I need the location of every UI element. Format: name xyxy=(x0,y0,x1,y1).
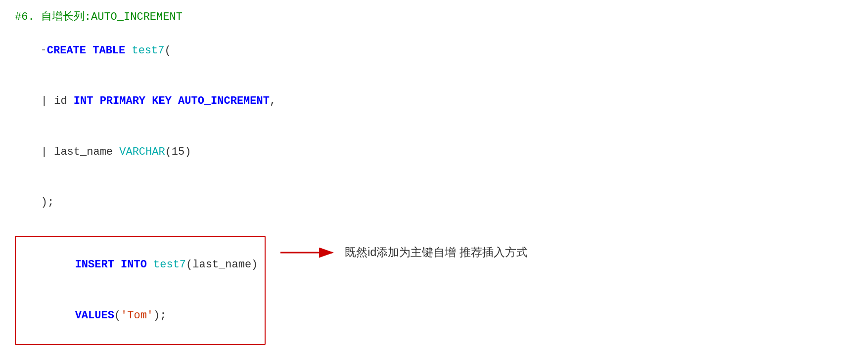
create-line4: ); xyxy=(15,177,853,228)
header-comment: #6. 自增长列:AUTO_INCREMENT xyxy=(15,9,853,26)
insert-box-1: INSERT INTO test7(last_name) VALUES('Tom… xyxy=(15,236,266,345)
create-line2: | id INT PRIMARY KEY AUTO_INCREMENT, xyxy=(15,76,853,127)
kw-create: CREATE xyxy=(47,44,86,57)
table-name-1: test7 xyxy=(132,44,164,57)
insert1-line2: VALUES('Tom'); xyxy=(23,291,258,341)
create-line1: ⁃CREATE TABLE test7( xyxy=(15,26,853,76)
collapse-icon[interactable]: ⁃ xyxy=(41,45,46,56)
annotation-1-text: 既然id添加为主键自增 推荐插入方式 xyxy=(345,244,527,261)
kw-table: TABLE xyxy=(92,44,125,57)
annotation-1-container: 既然id添加为主键自增 推荐插入方式 xyxy=(280,242,527,263)
arrow-1 xyxy=(280,242,340,263)
insert1-line1: INSERT INTO test7(last_name) xyxy=(23,240,258,290)
box1-row: INSERT INTO test7(last_name) VALUES('Tom… xyxy=(15,233,853,346)
code-area: #6. 自增长列:AUTO_INCREMENT ⁃CREATE TABLE te… xyxy=(15,9,853,346)
create-line3: | last_name VARCHAR(15) xyxy=(15,127,853,177)
